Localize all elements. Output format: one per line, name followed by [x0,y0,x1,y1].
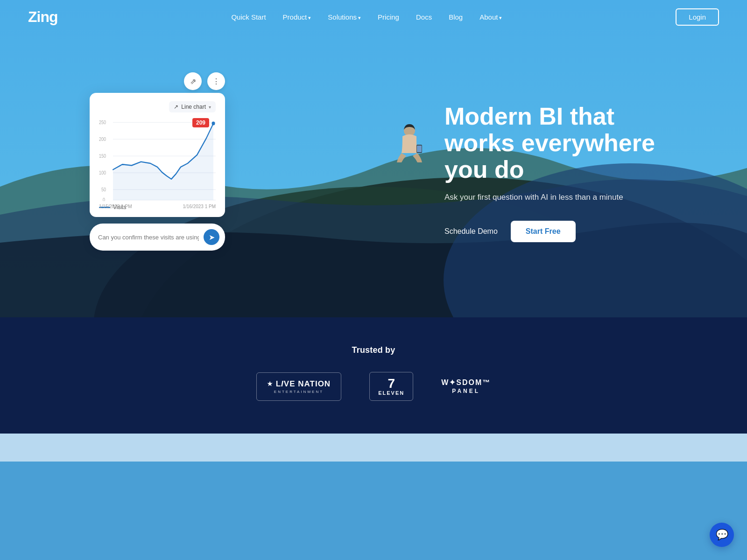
nav-pricing[interactable]: Pricing [378,13,399,21]
chart-tooltip: 209 [192,118,209,127]
nav-about[interactable]: About [479,13,502,21]
trusted-section: Trusted by ★ LIVE NATION ENTERTAINMENT 7… [0,317,747,434]
hero-headline: Modern BI that works everywhere you do [444,103,687,183]
chart-type-icon: ↗ [174,104,178,110]
svg-point-17 [212,122,215,126]
trusted-logos: ★ LIVE NATION ENTERTAINMENT 7 ELEVEN W✦S… [256,372,491,401]
nav-product[interactable]: Product [283,13,311,21]
trusted-label: Trusted by [352,345,395,355]
live-nation-logo: ★ LIVE NATION ENTERTAINMENT [256,372,341,401]
chart-type-selector[interactable]: ↗ Line chart ▾ [169,101,216,112]
hero-cta-group: Schedule Demo Start Free [444,221,687,242]
hero-subheadline: Ask your first question with AI in less … [444,193,687,202]
svg-rect-20 [417,146,422,152]
svg-text:250: 250 [99,119,106,125]
navbar: Zing Quick Start Product Solutions Prici… [0,0,747,34]
chart-type-label: Line chart [181,104,206,110]
chart-widget: ⇗ ⋮ ↗ Line chart ▾ 209 [90,72,225,251]
more-options-icon-button[interactable]: ⋮ [207,72,225,90]
ai-input-wrapper: ➤ [90,224,225,251]
hero-content: Modern BI that works everywhere you do A… [444,103,687,242]
svg-text:0: 0 [103,197,105,201]
svg-marker-16 [113,124,213,200]
line-chart-svg: 250 200 150 100 50 0 [99,117,216,201]
chart-icon-buttons: ⇗ ⋮ [90,72,225,90]
nav-quick-start[interactable]: Quick Start [231,13,266,21]
hero-section: ⇗ ⋮ ↗ Line chart ▾ 209 [0,0,747,317]
share-icon-button[interactable]: ⇗ [184,72,202,90]
wisdom-panel-logo: W✦SDOM™ PANEL [441,378,491,395]
chart-card: ↗ Line chart ▾ 209 250 200 [90,93,225,217]
svg-text:50: 50 [101,187,106,192]
live-nation-star-icon: ★ [267,380,273,387]
start-free-button[interactable]: Start Free [511,221,576,242]
x-label-left: 1/15/2023 1 PM [99,204,132,209]
svg-text:200: 200 [99,136,106,142]
live-nation-sub-label: ENTERTAINMENT [274,390,324,394]
hero-person-illustration [388,120,426,176]
svg-text:150: 150 [99,153,106,159]
ai-question-input[interactable] [98,234,199,241]
logo[interactable]: Zing [28,8,58,26]
nav-solutions[interactable]: Solutions [328,13,361,21]
svg-text:100: 100 [99,170,106,175]
schedule-demo-button[interactable]: Schedule Demo [444,227,498,236]
nav-docs[interactable]: Docs [416,13,432,21]
login-button[interactable]: Login [676,8,719,26]
nav-blog[interactable]: Blog [449,13,463,21]
chart-area: 209 250 200 150 100 50 0 [99,117,216,201]
nav-links: Quick Start Product Solutions Pricing Do… [231,13,502,21]
footer-band [0,434,747,462]
x-label-right: 1/16/2023 1 PM [183,204,216,209]
seven-eleven-logo: 7 ELEVEN [369,372,413,401]
chart-header: ↗ Line chart ▾ [99,101,216,112]
ai-send-button[interactable]: ➤ [204,229,219,245]
chart-type-dropdown-arrow: ▾ [209,105,211,110]
